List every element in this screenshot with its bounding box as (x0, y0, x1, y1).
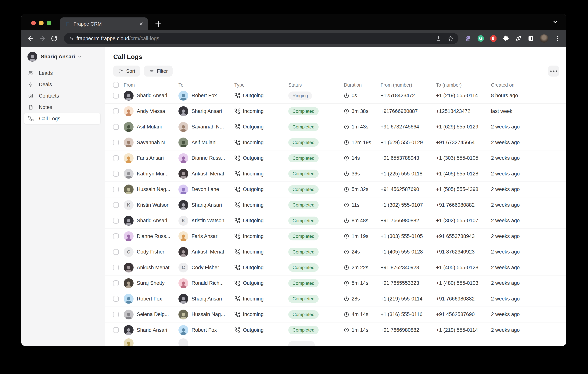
browser-profile-avatar[interactable] (540, 34, 548, 43)
col-header-created-on[interactable]: Created on (491, 82, 567, 88)
col-header-from-number[interactable]: From (number) (381, 82, 436, 88)
adblock-extension-icon[interactable] (490, 35, 497, 42)
col-header-status[interactable]: Status (288, 82, 344, 88)
grammarly-extension-icon[interactable]: G (477, 35, 484, 42)
col-header-type[interactable]: Type (234, 82, 288, 88)
row-checkbox[interactable] (113, 312, 119, 317)
user-menu[interactable]: Shariq Ansari (27, 52, 105, 62)
tab-close-icon[interactable] (139, 21, 144, 26)
col-header-to-number[interactable]: To (number) (436, 82, 491, 88)
clock-icon (344, 93, 349, 98)
reload-button[interactable] (50, 35, 58, 42)
duration-cell: 11s (344, 202, 381, 208)
table-row[interactable]: C Cody Fisher Ankush Menat Incoming Comp… (105, 244, 567, 260)
col-header-duration[interactable]: Duration (344, 82, 381, 88)
to-cell: Robert Fox (178, 325, 234, 335)
row-checkbox[interactable] (113, 296, 119, 302)
bookmark-star-icon[interactable] (448, 36, 453, 41)
sort-button[interactable]: Sort (113, 65, 140, 76)
row-checkbox[interactable] (113, 171, 119, 177)
type-cell: Incoming (234, 202, 288, 208)
type-cell: Incoming (234, 234, 288, 239)
leads-people-icon (28, 70, 33, 76)
share-icon[interactable] (436, 36, 441, 41)
tab-overflow-chevron-icon[interactable] (552, 19, 559, 25)
table-row[interactable]: K Kristin Watson Shariq Ansari Incoming … (105, 197, 567, 213)
col-header-from[interactable]: From (124, 82, 178, 88)
from-cell: Selena Delg... (124, 310, 178, 320)
to-cell: Dianne Russ... (178, 153, 234, 163)
sidebar-item-notes[interactable]: Notes (24, 102, 101, 113)
table-row[interactable]: Shariq Ansari Robert Fox Outgoing Ringin… (105, 88, 567, 104)
row-checkbox[interactable] (113, 155, 119, 161)
table-row[interactable]: Savannah N... Asif Mulani Incoming Compl… (105, 135, 567, 151)
table-row[interactable]: Kathryn Mur... Ankush Menat Incoming Com… (105, 166, 567, 182)
table-row-partial[interactable] (105, 338, 567, 346)
page-title: Call Logs (113, 53, 567, 61)
leaf-energy-extension-icon[interactable] (515, 35, 522, 42)
close-window-button[interactable] (31, 21, 36, 25)
table-row[interactable]: Hussain Nag... Devon Lane Outgoing Compl… (105, 182, 567, 197)
user-avatar (27, 52, 37, 62)
extensions-puzzle-icon[interactable] (502, 35, 509, 42)
duration-cell: 0s (344, 93, 381, 98)
contacts-person-icon (28, 93, 33, 99)
duration-cell: 1m 43s (344, 124, 381, 130)
from-cell: Robert Fox (124, 294, 178, 304)
back-button[interactable] (27, 35, 34, 42)
created-on: 2 weeks ago (491, 155, 567, 161)
incoming-call-icon (234, 296, 240, 302)
github-octopus-extension-icon[interactable] (465, 35, 472, 42)
to-cell: K Kristin Watson (178, 216, 234, 226)
browser-menu-icon[interactable] (554, 35, 561, 42)
status-badge: Completed (288, 263, 319, 272)
browser-tab[interactable]: F Frappe CRM (60, 17, 148, 30)
table-row[interactable]: Suraj Shetty Ronald Rich... Outgoing Com… (105, 276, 567, 291)
table-row[interactable]: Asif Mulani Savannah N... Outgoing Compl… (105, 119, 567, 135)
forward-button[interactable] (39, 35, 46, 42)
row-checkbox[interactable] (113, 187, 119, 192)
sidebar-item-leads[interactable]: Leads (24, 67, 101, 79)
row-checkbox[interactable] (113, 108, 119, 114)
table-row[interactable]: Robert Fox Shariq Ansari Incoming Comple… (105, 291, 567, 307)
minimize-window-button[interactable] (39, 21, 43, 25)
more-options-button[interactable] (548, 65, 559, 76)
row-checkbox[interactable] (113, 327, 119, 333)
col-header-to[interactable]: To (178, 82, 234, 88)
to-cell: Robert Fox (178, 91, 234, 101)
select-all-checkbox[interactable] (113, 82, 119, 88)
table-row[interactable]: Dianne Russ... Faris Ansari Incoming Com… (105, 229, 567, 245)
table-row[interactable]: Faris Ansari Dianne Russ... Outgoing Com… (105, 150, 567, 166)
url-bar[interactable]: frappecrm.frappe.cloud/crm/call-logs (64, 33, 458, 44)
created-on: 2 weeks ago (491, 280, 567, 286)
row-checkbox[interactable] (113, 202, 119, 208)
row-checkbox[interactable] (113, 218, 119, 224)
to-number: +1 (405) 555-0128 (436, 171, 491, 177)
new-tab-button[interactable] (154, 19, 163, 28)
frappe-favicon-icon: F (64, 21, 70, 27)
from-avatar (124, 122, 134, 132)
table-row[interactable]: Shariq Ansari Robert Fox Outgoing Comple… (105, 322, 567, 338)
filter-button[interactable]: Filter (144, 65, 173, 76)
table-row[interactable]: Andy Viessa Shariq Ansari Incoming Compl… (105, 104, 567, 119)
row-checkbox[interactable] (113, 265, 119, 270)
row-checkbox[interactable] (113, 93, 119, 98)
row-checkbox[interactable] (113, 140, 119, 145)
sidebar-item-contacts[interactable]: Contacts (24, 90, 101, 102)
table-row[interactable]: Shariq Ansari K Kristin Watson Outgoing … (105, 213, 567, 229)
row-checkbox[interactable] (113, 234, 119, 239)
table-row[interactable]: Selena Delg... Hussain Nag... Incoming C… (105, 307, 567, 322)
table-row[interactable]: Ankush Menat C Cody Fisher Outgoing Comp… (105, 260, 567, 276)
row-checkbox[interactable] (113, 124, 119, 130)
to-avatar (178, 169, 188, 179)
sidebar-panel-extension-icon[interactable] (527, 35, 534, 42)
row-checkbox[interactable] (113, 249, 119, 255)
row-checkbox[interactable] (113, 280, 119, 286)
sidebar-item-deals[interactable]: Deals (24, 79, 101, 90)
sidebar-item-call-logs[interactable]: Call Logs (24, 113, 101, 124)
to-number: +1 (505) 555-4398 (436, 186, 491, 192)
to-number: +1 (303) 555-0105 (436, 155, 491, 161)
to-avatar (178, 231, 188, 241)
call-log-table: From To Type Status Duration From (numbe… (105, 82, 567, 346)
fullscreen-window-button[interactable] (47, 21, 51, 25)
